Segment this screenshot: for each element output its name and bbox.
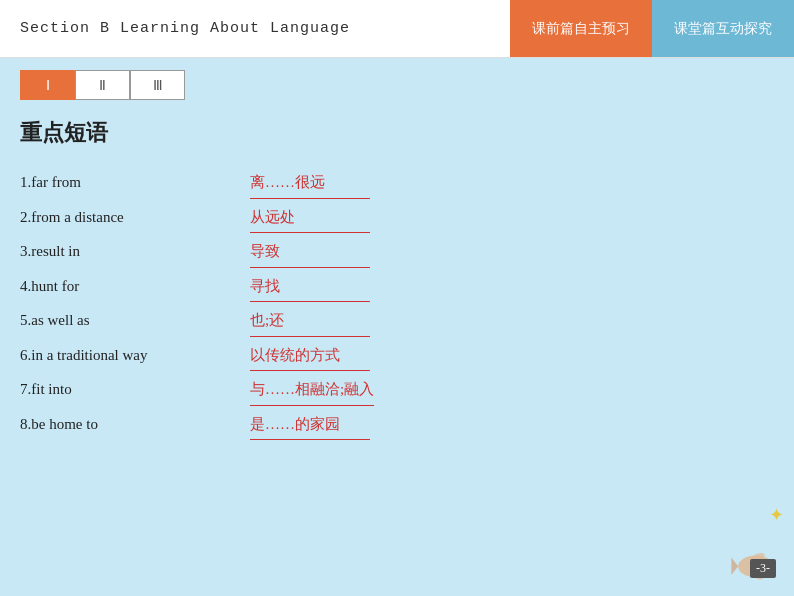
- vocab-translation: 离……很远: [250, 168, 370, 199]
- tab-preview[interactable]: 课前篇自主预习: [510, 0, 652, 57]
- vocab-phrase: 1.far from: [20, 168, 250, 197]
- list-item: 4.hunt for 寻找: [20, 272, 774, 303]
- sub-tab-2[interactable]: Ⅱ: [75, 70, 130, 100]
- list-item: 3.result in 导致: [20, 237, 774, 268]
- sub-tabs: Ⅰ Ⅱ Ⅲ: [20, 70, 774, 100]
- vocab-translation: 以传统的方式: [250, 341, 370, 372]
- main-content: Ⅰ Ⅱ Ⅲ 重点短语 1.far from 离……很远 2.from a dis…: [0, 58, 794, 596]
- vocab-translation: 是……的家园: [250, 410, 370, 441]
- list-item: 6.in a traditional way 以传统的方式: [20, 341, 774, 372]
- vocab-list: 1.far from 离……很远 2.from a distance 从远处 3…: [20, 168, 774, 440]
- page-number: -3-: [750, 559, 776, 578]
- header-title: Section B Learning About Language: [0, 0, 510, 57]
- sub-tab-3[interactable]: Ⅲ: [130, 70, 185, 100]
- fish-decoration: ✦ -3-: [730, 504, 784, 586]
- vocab-phrase: 5.as well as: [20, 306, 250, 335]
- sub-tab-1[interactable]: Ⅰ: [20, 70, 75, 100]
- star-icon: ✦: [769, 504, 784, 526]
- vocab-translation: 与……相融洽;融入: [250, 375, 374, 406]
- list-item: 5.as well as 也;还: [20, 306, 774, 337]
- vocab-phrase: 2.from a distance: [20, 203, 250, 232]
- list-item: 1.far from 离……很远: [20, 168, 774, 199]
- header-tabs: 课前篇自主预习 课堂篇互动探究: [510, 0, 794, 57]
- vocab-phrase: 6.in a traditional way: [20, 341, 250, 370]
- vocab-phrase: 4.hunt for: [20, 272, 250, 301]
- vocab-translation: 导致: [250, 237, 370, 268]
- list-item: 2.from a distance 从远处: [20, 203, 774, 234]
- section-title: 重点短语: [20, 118, 774, 148]
- vocab-translation: 从远处: [250, 203, 370, 234]
- svg-marker-1: [731, 558, 738, 576]
- vocab-phrase: 8.be home to: [20, 410, 250, 439]
- vocab-translation: 也;还: [250, 306, 370, 337]
- vocab-phrase: 3.result in: [20, 237, 250, 266]
- vocab-translation: 寻找: [250, 272, 370, 303]
- header: Section B Learning About Language 课前篇自主预…: [0, 0, 794, 58]
- list-item: 7.fit into 与……相融洽;融入: [20, 375, 774, 406]
- vocab-phrase: 7.fit into: [20, 375, 250, 404]
- list-item: 8.be home to 是……的家园: [20, 410, 774, 441]
- tab-explore[interactable]: 课堂篇互动探究: [652, 0, 794, 57]
